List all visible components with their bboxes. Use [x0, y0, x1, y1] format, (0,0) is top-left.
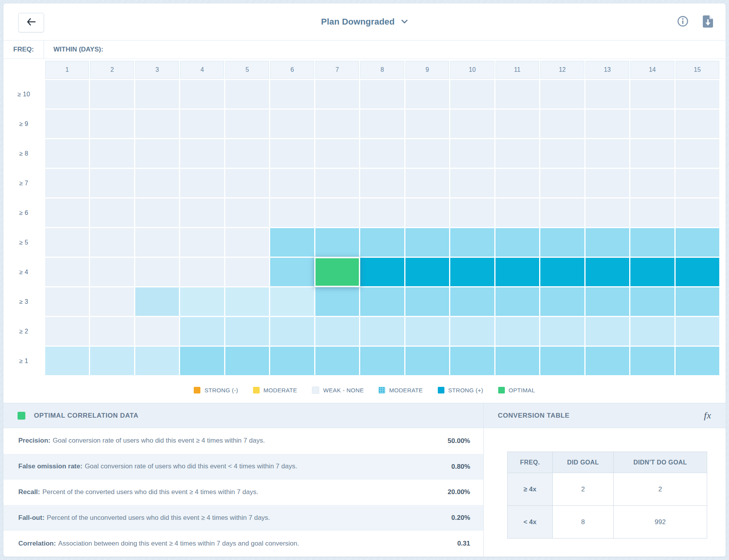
heatmap-cell[interactable]	[450, 80, 494, 108]
heatmap-cell[interactable]	[315, 347, 359, 375]
heatmap-cell[interactable]	[586, 317, 629, 346]
heatmap-cell[interactable]	[495, 139, 539, 168]
heatmap-cell[interactable]	[270, 347, 314, 375]
heatmap-cell[interactable]	[586, 287, 629, 316]
heatmap-cell[interactable]	[540, 80, 584, 108]
heatmap-cell[interactable]	[225, 110, 269, 138]
heatmap-cell[interactable]	[360, 347, 404, 375]
heatmap-cell[interactable]	[225, 228, 269, 257]
heatmap-cell[interactable]	[495, 198, 539, 227]
back-button[interactable]	[18, 13, 44, 32]
heatmap-cell[interactable]	[45, 139, 89, 168]
heatmap-cell[interactable]	[540, 110, 584, 138]
heatmap-cell[interactable]	[135, 110, 179, 138]
heatmap-cell[interactable]	[180, 258, 224, 286]
heatmap-cell[interactable]	[630, 198, 674, 227]
heatmap-cell[interactable]	[540, 317, 584, 346]
heatmap-cell[interactable]	[90, 110, 134, 138]
heatmap-cell[interactable]	[540, 228, 584, 257]
heatmap-cell[interactable]	[586, 228, 629, 257]
heatmap-cell[interactable]	[180, 139, 224, 168]
heatmap-cell[interactable]	[270, 198, 314, 227]
heatmap-cell[interactable]	[540, 139, 584, 168]
goal-selector-dropdown[interactable]: Plan Downgraded	[321, 4, 408, 40]
heatmap-cell[interactable]	[135, 228, 179, 257]
heatmap-cell[interactable]	[135, 169, 179, 197]
heatmap-cell[interactable]	[45, 347, 89, 375]
heatmap-cell[interactable]	[676, 258, 719, 286]
heatmap-cell[interactable]	[315, 169, 359, 197]
heatmap-cell[interactable]	[495, 110, 539, 138]
heatmap-cell[interactable]	[45, 169, 89, 197]
heatmap-cell[interactable]	[270, 258, 314, 286]
heatmap-cell[interactable]	[450, 317, 494, 346]
heatmap-cell[interactable]	[225, 317, 269, 346]
heatmap-cell[interactable]	[360, 139, 404, 168]
heatmap-cell[interactable]	[630, 287, 674, 316]
heatmap-cell[interactable]	[135, 80, 179, 108]
heatmap-cell[interactable]	[586, 169, 629, 197]
heatmap-cell[interactable]	[405, 198, 449, 227]
heatmap-cell[interactable]	[676, 287, 719, 316]
heatmap-cell[interactable]	[360, 287, 404, 316]
heatmap-cell[interactable]	[360, 198, 404, 227]
heatmap-cell[interactable]	[225, 287, 269, 316]
heatmap-cell[interactable]	[225, 198, 269, 227]
heatmap-cell[interactable]	[586, 110, 629, 138]
heatmap-cell[interactable]	[180, 169, 224, 197]
heatmap-cell[interactable]	[315, 317, 359, 346]
heatmap-cell[interactable]	[450, 258, 494, 286]
heatmap-cell[interactable]	[405, 287, 449, 316]
heatmap-cell[interactable]	[225, 169, 269, 197]
heatmap-cell[interactable]	[450, 110, 494, 138]
heatmap-cell[interactable]	[90, 258, 134, 286]
heatmap-cell[interactable]	[315, 80, 359, 108]
heatmap-cell[interactable]	[180, 80, 224, 108]
heatmap-cell[interactable]	[676, 110, 719, 138]
heatmap-cell[interactable]	[90, 80, 134, 108]
heatmap-cell[interactable]	[315, 287, 359, 316]
heatmap-cell[interactable]	[495, 169, 539, 197]
heatmap-cell[interactable]	[270, 110, 314, 138]
heatmap-cell[interactable]	[90, 347, 134, 375]
heatmap-cell[interactable]	[270, 169, 314, 197]
heatmap-cell[interactable]	[45, 110, 89, 138]
heatmap-cell[interactable]	[315, 198, 359, 227]
heatmap-cell[interactable]	[586, 139, 629, 168]
heatmap-cell[interactable]	[90, 139, 134, 168]
heatmap-cell[interactable]	[90, 317, 134, 346]
heatmap-cell[interactable]	[270, 287, 314, 316]
heatmap-cell[interactable]	[676, 317, 719, 346]
heatmap-cell[interactable]	[315, 139, 359, 168]
heatmap-cell[interactable]	[450, 139, 494, 168]
heatmap-cell[interactable]	[45, 198, 89, 227]
heatmap-cell[interactable]	[405, 80, 449, 108]
heatmap-cell[interactable]	[270, 80, 314, 108]
heatmap-cell[interactable]	[45, 317, 89, 346]
heatmap-cell[interactable]	[495, 80, 539, 108]
heatmap-cell[interactable]	[135, 287, 179, 316]
heatmap-cell[interactable]	[450, 169, 494, 197]
heatmap-cell[interactable]	[450, 228, 494, 257]
heatmap-cell[interactable]	[360, 110, 404, 138]
heatmap-cell[interactable]	[450, 347, 494, 375]
heatmap-cell[interactable]	[405, 317, 449, 346]
heatmap-cell[interactable]	[135, 139, 179, 168]
heatmap-cell[interactable]	[630, 347, 674, 375]
heatmap-cell[interactable]	[180, 198, 224, 227]
heatmap-cell[interactable]	[676, 80, 719, 108]
heatmap-cell[interactable]	[225, 258, 269, 286]
heatmap-cell[interactable]	[495, 347, 539, 375]
heatmap-cell[interactable]	[405, 258, 449, 286]
heatmap-cell[interactable]	[405, 347, 449, 375]
heatmap-cell[interactable]	[586, 258, 629, 286]
heatmap-cell[interactable]	[540, 198, 584, 227]
heatmap-cell[interactable]	[270, 228, 314, 257]
heatmap-cell[interactable]	[180, 228, 224, 257]
heatmap-cell[interactable]	[495, 317, 539, 346]
heatmap-cell[interactable]	[495, 258, 539, 286]
heatmap-cell[interactable]	[315, 228, 359, 257]
heatmap-cell[interactable]	[45, 80, 89, 108]
heatmap-cell[interactable]	[225, 347, 269, 375]
formula-fx-icon[interactable]: fx	[704, 410, 711, 421]
